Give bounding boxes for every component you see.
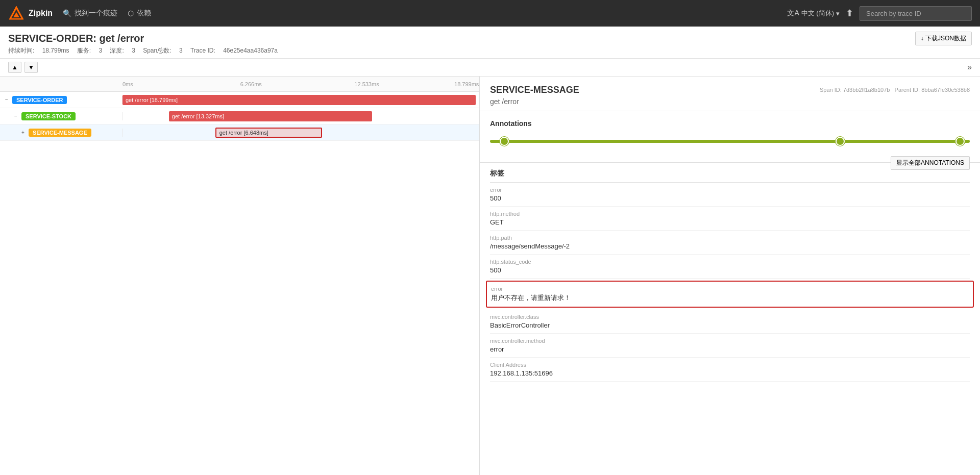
tags-container: error500http.methodGEThttp.path/message/… [490,183,970,382]
page-title: SERVICE-ORDER: get /error [8,33,144,44]
zipkin-logo-icon [8,5,24,21]
trace-search-input[interactable] [860,6,972,21]
expand-up-button[interactable]: ▲ [8,62,21,73]
search-icon: 🔍 [63,9,71,17]
expand-all-button[interactable]: » [967,63,972,72]
annotations-section: Annotations 显示全部ANNOTATIONS [480,111,980,163]
span-bar-col-stock: get /error [13.327ms] [122,108,479,124]
annotation-timeline [490,134,970,149]
depth-label: 深度: [110,47,124,54]
tick-0: 0ms [122,81,133,87]
page-header: SERVICE-ORDER: get /error ↓ 下载JSON数据 持续时… [0,27,980,59]
detail-ids: Span ID: 7d3bb2ff1a8b107b Parent ID: 8bb… [820,87,970,93]
tag-row: mvc.controller.classBasicErrorController [490,310,970,334]
navbar-right: 文A 中文 (简休) ▾ ⬆ [787,6,972,21]
tag-value: BasicErrorController [490,321,970,329]
tags-section: 标签 error500http.methodGEThttp.path/messa… [480,163,980,390]
duration-label: 持续时间: [8,47,34,54]
tag-row: http.path/message/sendMessage/-2 [490,231,970,255]
detail-service-info: SERVICE-MESSAGE get /error [490,85,579,106]
annotation-track [490,140,970,143]
tick-2: 12.533ms [354,81,379,87]
detail-panel: SERVICE-MESSAGE get /error Span ID: 7d3b… [480,77,980,475]
page-meta: 持续时间: 18.799ms 服务: 3 深度: 3 Span总数: 3 Tra… [8,46,972,55]
span-row-stock[interactable]: − SERVICE-STOCK get /error [13.327ms] [0,108,479,124]
span-bar-col-message: get /error [6.648ms] [122,124,479,140]
span-bar-order[interactable]: get /error [18.799ms] [122,95,476,105]
logo[interactable]: Zipkin [8,5,53,21]
tag-key: error [490,187,970,193]
tick-3: 18.799ms [454,81,479,87]
tag-value: 500 [490,266,970,274]
service-chip-stock: SERVICE-STOCK [21,112,76,120]
depth-value: 3 [132,47,135,54]
span-label-order: − SERVICE-ORDER [0,96,122,104]
tag-key: error [491,286,969,292]
span-row-message[interactable]: + SERVICE-MESSAGE get /error [6.648ms] [0,124,479,141]
span-id: Span ID: 7d3bb2ff1a8b107b [820,87,890,93]
span-label-stock: − SERVICE-STOCK [0,112,122,120]
trace-value: 46e25e4aa436a97a [223,47,278,54]
spans-label: Span总数: [143,47,171,54]
tag-row: Client Address192.168.1.135:51696 [490,358,970,382]
tag-value: 192.168.1.135:51696 [490,369,970,377]
download-json-button[interactable]: ↓ 下载JSON数据 [915,32,972,45]
upload-button[interactable]: ⬆ [846,8,853,19]
tag-value: 用户不存在，请重新请求！ [491,293,969,303]
tick-1: 6.266ms [240,81,262,87]
tag-key: http.status_code [490,259,970,265]
tag-row: http.methodGET [490,207,970,231]
service-chip-order: SERVICE-ORDER [12,96,67,104]
nav-find-trace[interactable]: 🔍 找到一个痕迹 [63,9,117,18]
translate-icon: 文A [787,9,799,18]
duration-value: 18.799ms [42,47,69,54]
tag-key: mvc.controller.method [490,338,970,344]
nav-dependencies[interactable]: ⬡ 依赖 [128,9,151,18]
detail-endpoint: get /error [490,97,579,106]
annotation-dot-start [500,137,509,146]
main-content: 0ms 6.266ms 12.533ms 18.799ms − SERVICE-… [0,77,980,475]
trace-panel: 0ms 6.266ms 12.533ms 18.799ms − SERVICE-… [0,77,480,475]
tag-key: http.path [490,235,970,241]
chevron-down-icon: ▾ [836,10,840,17]
services-value: 3 [99,47,102,54]
tag-row: error500 [490,183,970,207]
detail-header: SERVICE-MESSAGE get /error Span ID: 7d3b… [480,77,980,111]
span-bar-stock[interactable]: get /error [13.327ms] [169,111,372,121]
span-row-order[interactable]: − SERVICE-ORDER get /error [18.799ms] [0,92,479,108]
tag-row: error用户不存在，请重新请求！ [486,281,974,308]
language-selector[interactable]: 文A 中文 (简休) ▾ [787,9,840,18]
tag-value: /message/sendMessage/-2 [490,242,970,250]
tag-value: GET [490,218,970,226]
logo-text: Zipkin [29,9,53,18]
tag-row: http.status_code500 [490,255,970,279]
annotation-dot-end [955,137,965,146]
deps-icon: ⬡ [128,9,134,17]
annotations-title: Annotations [490,119,970,128]
expand-icon-message[interactable]: + [19,130,27,135]
span-label-message: + SERVICE-MESSAGE [0,129,122,137]
services-label: 服务: [77,47,91,54]
expand-icon-order[interactable]: − [3,97,10,103]
spans-value: 3 [179,47,183,54]
expand-icon-stock[interactable]: − [12,113,19,119]
span-bar-col-order: get /error [18.799ms] [122,92,479,108]
tag-key: http.method [490,211,970,217]
tag-key: Client Address [490,362,970,368]
trace-label: Trace ID: [190,47,215,54]
tag-value: error [490,345,970,353]
service-chip-message: SERVICE-MESSAGE [29,129,91,137]
tag-row: mvc.controller.methoderror [490,334,970,358]
parent-id: Parent ID: 8bba67fe30e538b8 [895,87,970,93]
annotation-dot-mid [836,137,845,146]
tag-value: 500 [490,194,970,202]
detail-service-name: SERVICE-MESSAGE [490,85,579,95]
expand-down-button[interactable]: ▼ [24,62,38,73]
toolbar: ▲ ▼ » [0,59,980,77]
timeline-ticks: 0ms 6.266ms 12.533ms 18.799ms [122,77,479,91]
show-all-annotations-button[interactable]: 显示全部ANNOTATIONS [891,156,970,170]
navbar: Zipkin 🔍 找到一个痕迹 ⬡ 依赖 文A 中文 (简休) ▾ ⬆ [0,0,980,27]
tag-key: mvc.controller.class [490,314,970,320]
timeline-header: 0ms 6.266ms 12.533ms 18.799ms [0,77,479,92]
span-bar-message[interactable]: get /error [6.648ms] [215,128,323,138]
